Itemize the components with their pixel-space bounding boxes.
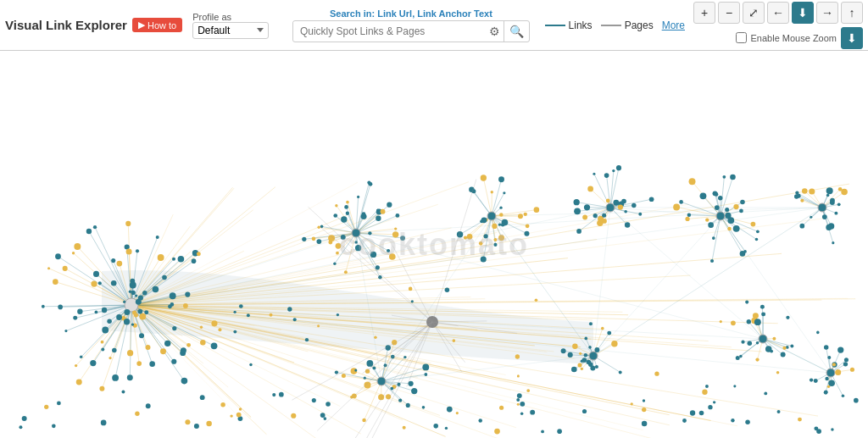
mouse-zoom-row: Enable Mouse Zoom ⬇: [736, 27, 864, 49]
links-line: [545, 25, 565, 26]
app-title: Visual Link Explorer: [5, 18, 127, 32]
graph-canvas[interactable]: [0, 51, 868, 438]
mouse-zoom-label[interactable]: Enable Mouse Zoom: [751, 33, 837, 43]
back-button[interactable]: ←: [767, 2, 789, 24]
search-label: Search in: Link Url, Link Anchor Text: [330, 8, 492, 19]
zoom-in-button[interactable]: +: [693, 2, 715, 24]
legend-section: Links Pages More: [545, 19, 685, 31]
profile-select[interactable]: Default: [192, 22, 269, 39]
controls-section: + − ⤢ ← ⬇ → ↑ Enable Mouse Zoom ⬇: [693, 2, 863, 49]
toolbar: Visual Link Explorer ▶ How to Profile as…: [0, 0, 868, 51]
zoom-nav-row: + − ⤢ ← ⬇ → ↑: [693, 2, 863, 24]
download-button[interactable]: ⬇: [792, 2, 814, 24]
pages-label: Pages: [625, 19, 654, 31]
graph-canvas-area[interactable]: cooktomato: [0, 51, 868, 438]
search-input[interactable]: [293, 22, 486, 41]
brand-section: Visual Link Explorer ▶ How to: [5, 18, 182, 32]
how-to-button[interactable]: ▶ How to: [132, 18, 182, 32]
links-label: Links: [569, 19, 593, 31]
pages-line: [601, 25, 621, 26]
forward-button[interactable]: →: [816, 2, 838, 24]
fit-button[interactable]: ⤢: [743, 2, 765, 24]
more-button[interactable]: More: [662, 19, 685, 31]
scroll-up-button[interactable]: ↑: [841, 2, 863, 24]
legend-links: Links: [545, 19, 593, 31]
zoom-out-button[interactable]: −: [718, 2, 740, 24]
play-icon: ▶: [138, 19, 145, 30]
settings-icon[interactable]: ⚙: [486, 21, 504, 42]
search-section: Search in: Link Url, Link Anchor Text ⚙ …: [286, 8, 536, 42]
legend-pages: Pages: [601, 19, 654, 31]
profile-section: Profile as Default: [192, 12, 269, 39]
profile-label: Profile as: [192, 12, 269, 22]
search-icon[interactable]: 🔍: [504, 21, 529, 42]
scroll-down-button[interactable]: ⬇: [841, 27, 863, 49]
search-input-row: ⚙ 🔍: [292, 20, 530, 42]
search-label-highlight: Link Url, Link Anchor Text: [377, 8, 492, 19]
mouse-zoom-checkbox[interactable]: [736, 32, 747, 43]
search-label-prefix: Search in:: [330, 8, 375, 19]
